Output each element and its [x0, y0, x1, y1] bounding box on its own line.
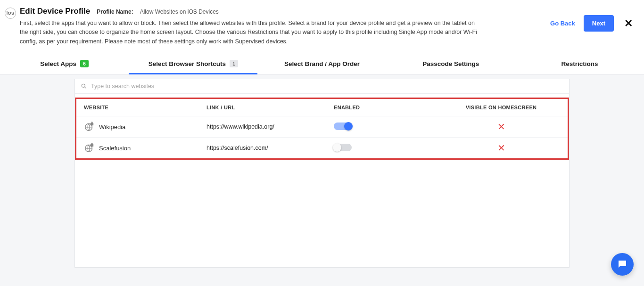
table-row: Scalefusion https://scalefusion.com/ ✕: [76, 138, 568, 158]
website-url: https://scalefusion.com/: [206, 145, 334, 151]
search-input[interactable]: [91, 83, 563, 90]
col-header-website: WEBSITE: [84, 105, 206, 110]
tab-label: Restrictions: [561, 60, 598, 67]
tab-label: Select Apps: [40, 60, 76, 67]
tab-label: Select Brand / App Order: [284, 60, 360, 67]
profile-name-label: Profile Name:: [97, 8, 133, 15]
search-icon: [81, 83, 87, 90]
svg-point-0: [82, 84, 85, 87]
chat-launcher[interactable]: [611, 253, 634, 276]
svg-rect-4: [91, 122, 93, 123]
globe-lock-icon: [84, 143, 94, 153]
website-name: Wikipedia: [99, 123, 125, 131]
tabs-bar: Select Apps 6 Select Browser Shortcuts 1…: [0, 53, 644, 74]
remove-icon[interactable]: ✕: [497, 121, 505, 132]
go-back-link[interactable]: Go Back: [550, 20, 575, 27]
profile-name-value: Allow Websites on iOS Devices: [140, 8, 219, 15]
svg-rect-7: [91, 143, 93, 145]
tab-label: Select Browser Shortcuts: [149, 60, 226, 67]
tab-restrictions[interactable]: Restrictions: [515, 53, 644, 74]
website-url: https://www.wikipedia.org/: [206, 123, 334, 130]
remove-icon[interactable]: ✕: [497, 142, 505, 154]
tab-label: Passcode Settings: [422, 60, 479, 67]
tab-count-badge: 1: [230, 60, 238, 67]
globe-lock-icon: [84, 122, 94, 132]
websites-table: WEBSITE LINK / URL ENABLED VISIBLE ON HO…: [75, 98, 569, 160]
ios-badge: iOS: [5, 8, 16, 19]
browser-shortcuts-panel: WEBSITE LINK / URL ENABLED VISIBLE ON HO…: [74, 79, 570, 268]
enabled-toggle[interactable]: [334, 144, 352, 151]
tab-passcode-settings[interactable]: Passcode Settings: [387, 53, 515, 74]
svg-line-1: [85, 87, 86, 89]
page-title: Edit Device Profile: [20, 7, 90, 16]
enabled-toggle[interactable]: [334, 123, 352, 130]
table-row: Wikipedia https://www.wikipedia.org/ ✕: [76, 116, 568, 138]
next-button[interactable]: Next: [584, 15, 614, 32]
tab-count-badge: 6: [80, 60, 89, 67]
tab-select-browser-shortcuts[interactable]: Select Browser Shortcuts 1: [129, 53, 257, 74]
tab-select-brand[interactable]: Select Brand / App Order: [257, 53, 386, 74]
col-header-url: LINK / URL: [206, 105, 334, 110]
header-description: First, select the apps that you want to …: [20, 19, 482, 46]
tab-select-apps[interactable]: Select Apps 6: [0, 53, 129, 74]
website-name: Scalefusion: [99, 145, 131, 152]
col-header-visible: VISIBLE ON HOMESCREEN: [442, 105, 560, 110]
col-header-enabled: ENABLED: [334, 105, 442, 110]
close-icon[interactable]: ✕: [622, 17, 635, 30]
